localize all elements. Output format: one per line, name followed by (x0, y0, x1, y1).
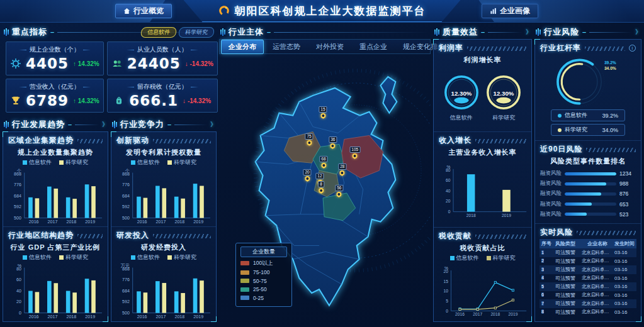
chart-title: 税收贡献占比 (438, 242, 528, 253)
section-title: 行业杠杆率 (540, 43, 581, 53)
hbar-row: 融资风险 523 (540, 211, 636, 218)
expand-icon[interactable]: 》 (526, 28, 531, 36)
stat-card: 规上企业数（个） 4405 ↑ 14.32% (6, 42, 104, 75)
svg-text:0: 0 (448, 209, 451, 214)
nav-enterprise-profile[interactable]: 企业画像 (482, 4, 538, 18)
section-title: 利润率 (439, 43, 463, 53)
table-row[interactable]: 3司法预警北京启科卓越科技有限公司03-16 (539, 265, 636, 274)
hatch-decor (77, 139, 103, 143)
chart-legend: 信息软件科学研究 (115, 157, 212, 168)
panel-title-dash: – (68, 121, 72, 128)
map-marker[interactable]: 36 (329, 136, 337, 148)
key-tab-science-research[interactable]: 科学研究 (178, 27, 215, 38)
ring-gauge: 12.30% 科学研究 (484, 73, 523, 122)
svg-text:12.30%: 12.30% (494, 90, 514, 97)
map-legend-row: 0-25 (240, 295, 287, 301)
legend-item: 信息软件 (450, 254, 479, 262)
svg-text:2019: 2019 (85, 219, 95, 224)
map-pin-icon (340, 170, 345, 175)
table-row[interactable]: 8司法预警北京启科卓越科技有限公司03-16 (539, 308, 636, 317)
svg-text:2016: 2016 (455, 312, 465, 316)
chart-legend: 信息软件科学研究 (115, 252, 212, 263)
chart-title: 主营业务收入增长率 (438, 147, 528, 157)
chart-tax-contribution: 税收贡献占比信息软件科学研究%051015202016201720182019 (438, 242, 528, 320)
svg-text:2019: 2019 (193, 219, 203, 224)
svg-text:500: 500 (122, 216, 130, 221)
tab-2[interactable]: 对外投资 (309, 40, 351, 53)
marker-count: 20 (303, 169, 311, 175)
tab-3[interactable]: 重点企业 (353, 40, 394, 53)
chart-enterprise-agglomeration: 规上企业数量集聚趋势信息软件科学研究个500592684776868201620… (7, 147, 104, 225)
chart-rnd-investment: 研发经费投入信息软件科学研究万元500592684776868201620172… (115, 241, 212, 320)
chart-profit-rate: 利润增长率 12.30% 信息软件 12.30% 科学研究 (438, 54, 528, 130)
info-icon[interactable]: i (629, 45, 636, 52)
panel-header-line (274, 32, 429, 33)
svg-text:5: 5 (446, 299, 448, 303)
table-row[interactable]: 5司法预警北京启科卓越科技有限公司03-16 (539, 282, 636, 291)
stat-label: 营业收入（亿元） (10, 82, 99, 91)
map-marker[interactable]: 75 (305, 133, 314, 145)
chart-income-growth: 主营业务收入增长率%02040608020182019 (438, 147, 528, 226)
map-marker[interactable]: 28 (338, 164, 346, 175)
panel-title: 行业竞争力 (120, 119, 164, 130)
panel-header-line (488, 32, 523, 33)
svg-text:776: 776 (14, 182, 21, 187)
table-row[interactable]: 4司法预警北京启科卓越科技有限公司03-16 (539, 274, 636, 283)
svg-text:2018: 2018 (490, 312, 500, 316)
svg-text:592: 592 (122, 299, 130, 304)
svg-text:12.30%: 12.30% (451, 90, 472, 97)
key-tab-info-software[interactable]: 信息软件 (140, 27, 177, 38)
nav-label: 企业画像 (500, 6, 530, 16)
panel-title-dash: – (267, 28, 271, 36)
panel-header-line (75, 125, 99, 125)
svg-text:684: 684 (122, 194, 130, 199)
map-marker[interactable]: 20 (303, 169, 311, 181)
table-row[interactable]: 2司法预警北京启科卓越科技有限公司03-16 (539, 257, 636, 266)
legend-item: 科学研究 (59, 253, 88, 262)
legend-item: 科学研究 (487, 254, 516, 262)
panel-title-dash: – (167, 121, 171, 128)
map-pin-icon (330, 143, 336, 148)
legend-item: 信息软件 (131, 158, 160, 167)
header-title-band: 朝阳区科创规上企业大数据监测平台 (184, 0, 461, 23)
map-marker[interactable]: 56 (335, 185, 343, 197)
map-marker[interactable]: 8 (318, 181, 324, 193)
svg-text:20: 20 (16, 299, 21, 304)
svg-text:20: 20 (444, 269, 449, 274)
map-marker[interactable]: 68 (319, 156, 327, 168)
svg-text:10: 10 (444, 289, 449, 293)
panel-industry-risk: 行业风险 – 》 行业杠杆率 i 39.2%34.0%信息软件39.2%科学研究… (534, 25, 641, 322)
nav-industry-overview[interactable]: 行业概览 (115, 4, 172, 18)
svg-text:684: 684 (122, 289, 130, 294)
stat-card: 从业人员数（人） 24405 ↓ -14.32% (107, 42, 218, 75)
panel-industry-trend: 行业发展趋势 – 》 区域企业集聚趋势 规上企业数量集聚趋势信息软件科学研究个5… (3, 118, 108, 322)
map-marker[interactable]: 105 (349, 147, 360, 158)
stat-label: 留存税收（亿元） (111, 82, 213, 91)
expand-icon[interactable]: 》 (210, 120, 215, 129)
svg-text:2016: 2016 (137, 219, 147, 224)
panel-title-dash: – (582, 28, 586, 36)
legend-item: 科学研究 (59, 158, 88, 167)
tab-0[interactable]: 企业分布 (221, 40, 264, 54)
table-row[interactable]: 1司法预警北京启科卓越科技有限公司03-16 (539, 248, 636, 257)
stat-value: 4405 (26, 55, 69, 72)
table-row[interactable]: 7司法预警北京启科卓越科技有限公司03-16 (539, 299, 636, 308)
table-row[interactable]: 6司法预警北京启科卓越科技有限公司03-16 (539, 291, 636, 300)
svg-text:2017: 2017 (156, 314, 166, 319)
svg-text:2018: 2018 (174, 219, 184, 224)
map-marker[interactable]: 15 (319, 106, 327, 118)
realtime-risk-table: 序号风险类型企业名称发生时间1司法预警北京启科卓越科技有限公司03-162司法预… (539, 238, 637, 320)
panel-title: 行业主体 (229, 26, 264, 38)
svg-text:868: 868 (122, 267, 130, 272)
top-header: 朝阳区科创规上企业大数据监测平台 行业概览 企业画像 (0, 0, 644, 23)
expand-icon[interactable]: 》 (102, 120, 107, 129)
chart-title: 研发经费投入 (115, 241, 212, 252)
svg-text:500: 500 (14, 216, 21, 221)
svg-text:2018: 2018 (66, 314, 76, 319)
expand-icon[interactable]: 》 (635, 28, 640, 36)
marker-count: 12 (315, 173, 324, 179)
gauge-label: 信息软件 (450, 114, 473, 122)
legend-item: 信息软件 (131, 253, 160, 262)
tab-1[interactable]: 运营态势 (266, 40, 307, 53)
svg-text:776: 776 (122, 182, 130, 187)
